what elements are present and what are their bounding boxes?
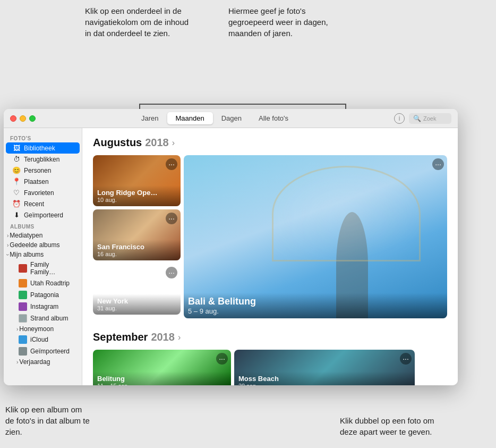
sidebar: Foto's 🖼 Bibliotheek ⏱ Terugblikken 😊 Pe… bbox=[4, 128, 82, 385]
sidebar-item-patagonia[interactable]: Patagonia bbox=[6, 289, 80, 301]
recent-icon: ⏰ bbox=[12, 200, 21, 208]
month-header-august: Augustus 2018 › bbox=[93, 137, 447, 149]
photo-col-left: Long Ridge Ope… 10 aug. ··· San Francisc… bbox=[93, 155, 181, 318]
expand-icon: › bbox=[7, 242, 8, 248]
photo-card-moss-beach[interactable]: Moss Beach 30 sep. ··· bbox=[234, 350, 415, 385]
card-label: New York 31 aug. bbox=[93, 294, 181, 315]
more-button[interactable]: ··· bbox=[166, 213, 177, 224]
callout-navigation: Klik op een onderdeel in de navigatiekol… bbox=[85, 5, 196, 39]
more-button[interactable]: ··· bbox=[216, 353, 228, 365]
month-september: September 2018 › Belitung 11 – 15 sep. ·… bbox=[93, 331, 447, 385]
minimize-button[interactable] bbox=[20, 115, 26, 122]
tab-alle-fotos[interactable]: Alle foto's bbox=[250, 112, 297, 124]
close-button[interactable] bbox=[10, 115, 16, 122]
album-thumb bbox=[19, 347, 27, 356]
sidebar-section-albums: Albums bbox=[4, 221, 82, 231]
titlebar: Jaren Maanden Dagen Alle foto's i 🔍 Zoek bbox=[4, 109, 458, 128]
sidebar-item-honeymoon[interactable]: › Honeymoon bbox=[4, 324, 82, 334]
expand-icon: › bbox=[5, 253, 11, 255]
info-button[interactable]: i bbox=[394, 113, 405, 124]
album-group-gedeelde[interactable]: › Gedeelde albums bbox=[4, 240, 82, 250]
photo-card-san-francisco[interactable]: San Francisco 16 aug. ··· bbox=[93, 209, 181, 260]
album-thumb bbox=[19, 279, 27, 288]
tab-maanden[interactable]: Maanden bbox=[167, 112, 213, 124]
view-tabs: Jaren Maanden Dagen Alle foto's bbox=[36, 112, 394, 124]
sidebar-item-verjaardag[interactable]: › Verjaardag bbox=[4, 357, 82, 367]
more-button[interactable]: ··· bbox=[400, 353, 412, 365]
personen-icon: 😊 bbox=[12, 166, 21, 174]
sidebar-item-plaatsen[interactable]: 📍 Plaatsen bbox=[6, 176, 80, 187]
photo-card-belitung[interactable]: Belitung 11 – 15 sep. ··· bbox=[93, 350, 231, 385]
sidebar-item-instagram[interactable]: Instagram bbox=[6, 301, 80, 312]
card-label: Long Ridge Ope… 10 aug. bbox=[93, 185, 181, 206]
sidebar-item-strand[interactable]: Strand album bbox=[6, 312, 80, 324]
more-button[interactable]: ··· bbox=[166, 158, 177, 170]
favorieten-icon: ♡ bbox=[12, 189, 21, 197]
sidebar-item-personen[interactable]: 😊 Personen bbox=[6, 165, 80, 176]
plaatsen-icon: 📍 bbox=[12, 177, 21, 185]
photo-card-bali[interactable]: Bali & Belitung 5 – 9 aug. ··· bbox=[184, 155, 447, 318]
sidebar-item-utah[interactable]: Utah Roadtrip bbox=[6, 277, 80, 289]
sidebar-item-favorieten[interactable]: ♡ Favorieten bbox=[6, 187, 80, 198]
sidebar-item-recent[interactable]: ⏰ Recent bbox=[6, 198, 80, 209]
fullscreen-button[interactable] bbox=[29, 115, 36, 122]
album-thumb bbox=[19, 302, 27, 311]
card-label: Belitung 11 – 15 sep. bbox=[93, 371, 231, 385]
tab-jaren[interactable]: Jaren bbox=[133, 112, 167, 124]
month-arrow-icon: › bbox=[172, 138, 175, 148]
month-august: Augustus 2018 › Long Ridge Ope… 10 aug. bbox=[93, 137, 447, 318]
bibliotheek-icon: 🖼 bbox=[12, 144, 21, 152]
photo-grid-august: Long Ridge Ope… 10 aug. ··· San Francisc… bbox=[93, 155, 447, 318]
card-label: Bali & Belitung 5 – 9 aug. bbox=[184, 293, 447, 318]
album-thumb bbox=[19, 264, 27, 273]
geimporteerd-icon: ⬇ bbox=[12, 211, 21, 219]
callout-album-click: Klik op een album om de foto's in dat al… bbox=[5, 404, 90, 437]
sidebar-item-geimporteerd[interactable]: ⬇ Geïmporteerd bbox=[6, 209, 80, 221]
sidebar-item-bibliotheek[interactable]: 🖼 Bibliotheek bbox=[6, 142, 80, 154]
album-thumb bbox=[19, 291, 27, 299]
sidebar-item-icloud[interactable]: iCloud bbox=[6, 334, 80, 345]
expand-icon: › bbox=[16, 326, 18, 332]
tab-dagen[interactable]: Dagen bbox=[213, 112, 250, 124]
app-window: Jaren Maanden Dagen Alle foto's i 🔍 Zoek… bbox=[4, 109, 458, 385]
main-content: Foto's 🖼 Bibliotheek ⏱ Terugblikken 😊 Pe… bbox=[4, 128, 458, 385]
sidebar-item-geimporteerd2[interactable]: Geïmporteerd bbox=[6, 345, 80, 357]
expand-icon: › bbox=[16, 359, 18, 365]
photo-area: Augustus 2018 › Long Ridge Ope… 10 aug. bbox=[82, 128, 458, 385]
photo-card-long-ridge[interactable]: Long Ridge Ope… 10 aug. ··· bbox=[93, 155, 181, 206]
album-thumb bbox=[19, 335, 27, 344]
album-thumb bbox=[19, 314, 27, 323]
card-label: San Francisco 16 aug. bbox=[93, 240, 181, 260]
search-box[interactable]: 🔍 Zoek bbox=[409, 113, 451, 124]
photo-grid-september: Belitung 11 – 15 sep. ··· Moss Beach 30 … bbox=[93, 350, 447, 385]
more-button[interactable]: ··· bbox=[166, 267, 177, 278]
album-group-mijn[interactable]: › Mijn albums bbox=[4, 250, 82, 259]
month-header-september: September 2018 › bbox=[93, 331, 447, 343]
toolbar-right: i 🔍 Zoek bbox=[394, 113, 451, 124]
card-label: Moss Beach 30 sep. bbox=[234, 371, 415, 385]
month-arrow-icon: › bbox=[178, 333, 181, 342]
search-icon: 🔍 bbox=[413, 115, 421, 122]
traffic-lights bbox=[10, 115, 36, 122]
photo-card-new-york[interactable]: New York 31 aug. ··· bbox=[93, 264, 181, 315]
terugblikken-icon: ⏱ bbox=[12, 155, 21, 163]
sidebar-section-library: Foto's bbox=[4, 132, 82, 142]
sidebar-item-terugblikken[interactable]: ⏱ Terugblikken bbox=[6, 154, 80, 165]
callout-grouping: Hiermee geef je foto's gegroepeerd weer … bbox=[228, 5, 335, 39]
album-group-mediatypen[interactable]: › Mediatypen bbox=[4, 231, 82, 240]
expand-icon: › bbox=[7, 233, 8, 239]
sidebar-item-family[interactable]: Family Family… bbox=[6, 259, 80, 277]
callout-double-click: Klik dubbel op een foto om deze apart we… bbox=[340, 415, 446, 437]
more-button[interactable]: ··· bbox=[432, 158, 444, 170]
